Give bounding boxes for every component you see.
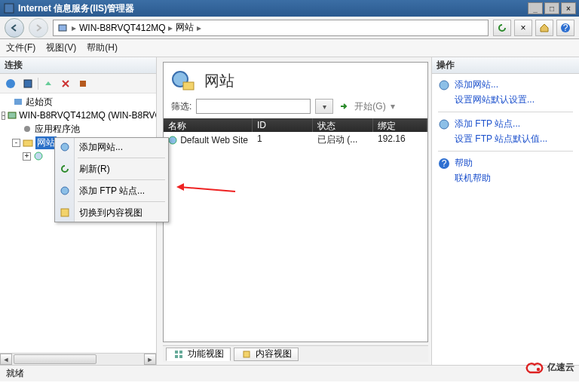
svg-point-25	[61, 187, 69, 194]
divider	[438, 112, 573, 112]
globe-icon	[438, 79, 450, 91]
svg-text:?: ?	[563, 23, 568, 33]
connections-tree[interactable]: 起始页 - WIN-B8RVQT412MQ (WIN-B8RVQT 应用程序池 …	[0, 93, 156, 353]
action-set-site-defaults[interactable]: 设置网站默认设置...	[438, 93, 573, 106]
col-status[interactable]: 状态	[313, 118, 373, 132]
svg-rect-13	[183, 82, 194, 90]
main-panel: 网站 筛选: ▾ 开始(G) ▾ 名称 ID 状态 绑定 Default Web…	[157, 57, 432, 365]
home-button[interactable]	[535, 20, 553, 36]
grid-header: 名称 ID 状态 绑定	[164, 118, 427, 132]
cell-binding: 192.16	[373, 133, 427, 146]
stop-icon[interactable]	[75, 76, 90, 91]
connect-icon[interactable]	[3, 76, 18, 91]
close-button[interactable]: ×	[561, 2, 576, 14]
svg-rect-1	[59, 25, 66, 31]
chevron-right-icon: ▸	[168, 23, 173, 33]
svg-rect-17	[175, 355, 178, 358]
forward-button[interactable]	[29, 18, 48, 38]
breadcrumb-sites[interactable]: 网站	[176, 21, 194, 34]
server-icon	[7, 109, 17, 121]
menubar: 文件(F) 视图(V) 帮助(H)	[0, 39, 579, 57]
watermark-text: 亿速云	[547, 361, 574, 374]
connections-toolbar	[0, 74, 156, 93]
refresh-button[interactable]	[493, 20, 511, 36]
server-icon	[57, 22, 69, 34]
breadcrumb-server[interactable]: WIN-B8RVQT412MQ	[79, 23, 165, 33]
ctx-add-site[interactable]: 添加网站...	[55, 138, 168, 156]
divider	[438, 151, 573, 152]
main-content: 网站 筛选: ▾ 开始(G) ▾ 名称 ID 状态 绑定 Default Web…	[163, 62, 428, 342]
maximize-button[interactable]: □	[544, 2, 559, 14]
delete-icon[interactable]	[58, 76, 73, 91]
svg-rect-16	[179, 351, 182, 354]
up-icon[interactable]	[41, 76, 56, 91]
filter-input[interactable]	[196, 99, 311, 114]
tab-content[interactable]: 内容视图	[234, 348, 299, 361]
go-icon	[338, 100, 350, 112]
svg-point-11	[35, 152, 42, 160]
menu-help[interactable]: 帮助(H)	[87, 41, 118, 54]
tab-content-label: 内容视图	[256, 348, 292, 360]
ctx-switch-content[interactable]: 切换到内容视图	[55, 204, 168, 222]
refresh-icon	[59, 163, 71, 175]
breadcrumb[interactable]: ▸ WIN-B8RVQT412MQ ▸ 网站 ▸	[53, 20, 489, 36]
action-set-ftp-defaults[interactable]: 设置 FTP 站点默认值...	[438, 133, 573, 145]
svg-point-20	[440, 81, 449, 90]
filter-go-button[interactable]: ▾	[315, 99, 333, 114]
folder-icon	[22, 136, 34, 149]
scroll-left-button[interactable]: ◄	[0, 354, 12, 365]
action-online-help[interactable]: 联机帮助	[438, 172, 573, 185]
ctx-refresh[interactable]: 刷新(R)	[55, 160, 168, 178]
content-icon	[59, 207, 71, 219]
svg-point-29	[537, 368, 540, 371]
collapse-icon[interactable]: -	[2, 112, 5, 120]
ctx-add-ftp-label: 添加 FTP 站点...	[79, 185, 145, 198]
globe-icon	[59, 185, 71, 197]
col-binding[interactable]: 绑定	[373, 118, 427, 132]
tree-server-label: WIN-B8RVQT412MQ (WIN-B8RVQT	[19, 110, 156, 121]
action-add-ftp[interactable]: 添加 FTP 站点...	[438, 118, 573, 130]
scroll-thumb[interactable]	[14, 354, 96, 364]
action-help[interactable]: ? 帮助	[438, 157, 573, 170]
table-row[interactable]: Default Web Site 1 已启动 (... 192.16	[164, 132, 427, 148]
tree-scrollbar-horizontal[interactable]: ◄ ►	[0, 353, 156, 365]
tree-sites-label: 网站	[35, 136, 57, 149]
actions-header: 操作	[432, 57, 579, 74]
home-icon	[12, 96, 24, 108]
globe-icon	[168, 134, 177, 146]
svg-rect-5	[24, 80, 32, 87]
ctx-add-ftp[interactable]: 添加 FTP 站点...	[55, 182, 168, 200]
expand-icon[interactable]: +	[23, 152, 31, 161]
help-dropdown-button[interactable]: ?	[556, 20, 574, 36]
tab-features[interactable]: 功能视图	[166, 348, 231, 361]
tree-app-pools-label: 应用程序池	[35, 123, 80, 136]
menu-file[interactable]: 文件(F)	[6, 41, 35, 54]
stop-button[interactable]: ×	[514, 20, 532, 36]
connections-header: 连接	[0, 57, 156, 74]
help-icon: ?	[438, 158, 450, 170]
svg-rect-8	[8, 112, 16, 118]
tab-features-label: 功能视图	[188, 348, 224, 360]
context-menu: 添加网站... 刷新(R) 添加 FTP 站点... 切换到内容视图	[54, 137, 169, 222]
go-label[interactable]: 开始(G)	[354, 100, 385, 113]
back-button[interactable]	[5, 18, 24, 38]
minimize-button[interactable]: _	[528, 2, 543, 14]
address-bar-row: ▸ WIN-B8RVQT412MQ ▸ 网站 ▸ × ?	[0, 17, 579, 39]
col-name[interactable]: 名称	[164, 118, 253, 132]
collapse-icon[interactable]: -	[12, 139, 20, 147]
svg-rect-0	[5, 4, 14, 13]
svg-rect-19	[244, 351, 250, 357]
tree-server[interactable]: - WIN-B8RVQT412MQ (WIN-B8RVQT	[0, 109, 156, 122]
svg-rect-7	[14, 99, 22, 105]
tree-app-pools[interactable]: 应用程序池	[0, 122, 156, 136]
save-icon[interactable]	[20, 76, 35, 91]
scroll-right-button[interactable]: ►	[144, 354, 156, 365]
tree-start-page-label: 起始页	[26, 96, 53, 109]
svg-rect-15	[175, 351, 178, 354]
ctx-switch-content-label: 切换到内容视图	[79, 207, 142, 219]
tree-start-page[interactable]: 起始页	[0, 95, 156, 109]
action-add-site[interactable]: 添加网站...	[438, 78, 573, 91]
menu-view[interactable]: 视图(V)	[46, 41, 76, 54]
col-id[interactable]: ID	[253, 118, 313, 132]
action-add-ftp-label: 添加 FTP 站点...	[455, 118, 520, 130]
